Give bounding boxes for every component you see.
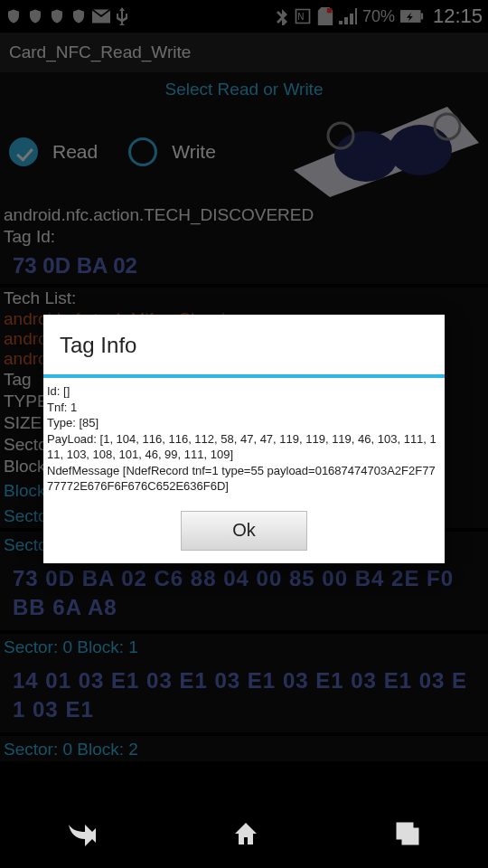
ok-button-label: Ok [232, 520, 256, 541]
dialog-line-payload: PayLoad: [1, 104, 116, 116, 112, 58, 47,… [47, 431, 441, 463]
nav-bar [0, 803, 488, 868]
dialog-line-id: Id: [] [47, 383, 441, 400]
tag-info-dialog: Tag Info Id: [] Tnf: 1 Type: [85] PayLoa… [43, 315, 445, 563]
recent-apps-button[interactable] [396, 822, 419, 849]
ok-button[interactable]: Ok [181, 511, 307, 551]
svg-rect-11 [403, 829, 418, 844]
dialog-title: Tag Info [43, 315, 445, 374]
dialog-body: Id: [] Tnf: 1 Type: [85] PayLoad: [1, 10… [43, 378, 445, 502]
home-button[interactable] [233, 821, 258, 850]
dialog-line-tnf: Tnf: 1 [47, 400, 441, 416]
dialog-line-ndef: NdefMessage [NdefRecord tnf=1 type=55 pa… [47, 463, 441, 495]
back-button[interactable] [69, 821, 96, 850]
dialog-line-type: Type: [85] [47, 415, 441, 431]
